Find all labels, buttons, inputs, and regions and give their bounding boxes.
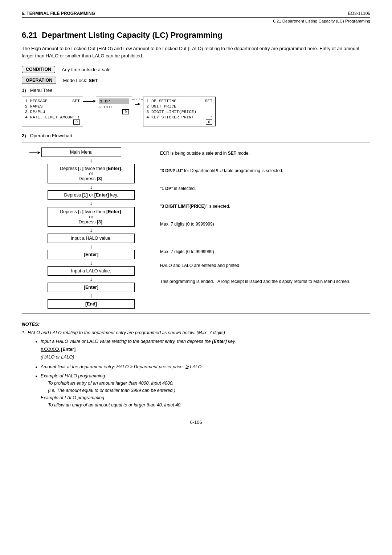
condition-badge: CONDITION [22, 66, 55, 73]
menu-col1-row1: 1 MESSAGE SET [25, 98, 80, 103]
flow-box-0: Main Menu [41, 147, 121, 157]
menu-tree-section: 1) Menu Tree 1 MESSAGE SET 2 NAMES 3 DP/… [22, 88, 370, 126]
menu-col3-row4: 4 KEY STICKER PRINT ↕ [146, 115, 212, 119]
menu-col3-row3: 3 DIGIT LIMIT(PRICE) [146, 109, 212, 114]
right-entry-5 [160, 231, 370, 245]
right-entry-8: This programming is ended. A long receip… [160, 273, 370, 291]
right-entry-4: Max. 7 digits (0 to 9999999) [160, 218, 370, 231]
right-entry-7: HALO and LALO are entered and printed. [160, 259, 370, 273]
flow-arrow-7: ↓ [90, 292, 93, 299]
flow-box-6: Input a LALO value. [48, 266, 135, 276]
right-text-7: HALO and LALO are entered and printed. [160, 260, 240, 271]
menu-col1-row4: 4 RATE, LIMIT AMOUNT ↕ [25, 115, 80, 119]
menu-tree: 1 MESSAGE SET 2 NAMES 3 DP/PLU 4 RATE, L… [22, 97, 370, 126]
menu-col2: 1 DP 2 PLU 0 [96, 97, 132, 116]
header-right: EO3-11106 [348, 11, 370, 16]
flow-box-3: Depress [↓] twice then [Enter].orDepress… [48, 207, 135, 227]
right-text-3: "3 DIGIT LIMIT(PRICE)" is selected. [160, 201, 230, 212]
flow-box-4: Input a HALO value. [48, 234, 135, 243]
menu-col3-row2: 2 UNIT PRICE [146, 104, 212, 109]
counter-col3: 0 [206, 119, 212, 125]
condition-text: Any time outside a sale [62, 67, 110, 72]
notes-title: NOTES: [22, 321, 370, 327]
flow-arrow-0: ↓ [90, 157, 93, 164]
counter-col2: 0 [122, 109, 129, 114]
right-entry-1: "3 DP/PLU" for Department/PLU table prog… [160, 160, 370, 182]
note-bullet-1: Amount limit at the department entry: HA… [41, 364, 370, 370]
menu-col1-row2: 2 NAMES [25, 104, 80, 109]
header-rule [22, 17, 370, 18]
menu-arrow-2: ―SET― ► [132, 97, 143, 107]
intro-text: The High Amount to be Locked Out (HALO) … [22, 45, 370, 59]
halo-lalo-note: (HALO or LALO) [41, 353, 370, 361]
flowchart-right: ECR is being outside a sale and in SET m… [153, 147, 370, 309]
section-title: 6.21 Department Listing Capacity (LC) Pr… [22, 31, 370, 40]
flow-arrow-3: ↓ [90, 227, 93, 234]
notes-section: NOTES: 1. HALO and LALO relating to the … [22, 321, 370, 409]
subheader: 6.21 Department Listing Capacity (LC) Pr… [22, 19, 370, 23]
right-entry-2: "1 DP" is selected. [160, 182, 370, 196]
flow-box-1: Depress [↓] twice then [Enter].orDepress… [48, 164, 135, 183]
flowchart-left: ► Main Menu ↓ Depress [↓] twice then [En… [29, 147, 153, 309]
flow-arrow-5: ↓ [90, 259, 93, 266]
menu-col3-row1: 1 DP SETTING SET [146, 98, 212, 103]
flow-arrow-6: ↓ [90, 276, 93, 283]
operation-text: Mode Lock: SET [63, 78, 98, 83]
flow-box-7: [Enter] [48, 283, 135, 292]
condition-row: CONDITION Any time outside a sale [22, 66, 370, 73]
menu-tree-title: 1) Menu Tree [22, 88, 370, 93]
flow-box-2: Depress [1] or [Enter] key. [48, 190, 135, 200]
menu-col2-row2: 2 PLU [99, 105, 129, 109]
right-entry-6: Max. 7 digits (0 to 9999999) [160, 245, 370, 259]
flow-box-8: [End] [48, 299, 135, 309]
menu-col1: 1 MESSAGE SET 2 NAMES 3 DP/PLU 4 RATE, L… [22, 97, 83, 126]
notes-bullets: Amount limit at the department entry: HA… [22, 364, 370, 409]
flowchart-section: 2) Operation Flowchart ► Main Menu ↓ Dep… [22, 133, 370, 313]
header: 6. TERMINAL FILE PROGRAMMING EO3-11106 [22, 11, 370, 16]
right-entry-0: ECR is being outside a sale and in SET m… [160, 147, 370, 160]
flow-arrow-2: ↓ [90, 200, 93, 207]
note-bullet-2: Example of HALO programming To prohibit … [41, 372, 370, 409]
menu-col1-row3: 3 DP/PLU [25, 109, 80, 114]
right-text-4: Max. 7 digits (0 to 9999999) [160, 219, 214, 230]
header-left: 6. TERMINAL FILE PROGRAMMING [22, 11, 95, 16]
page: 6. TERMINAL FILE PROGRAMMING EO3-11106 6… [0, 0, 392, 555]
operation-badge: OPERATION [22, 77, 56, 84]
entry-arrow: ► Main Menu [29, 147, 153, 157]
flow-arrow-1: ↓ [90, 183, 93, 190]
menu-col3: 1 DP SETTING SET 2 UNIT PRICE 3 DIGIT LI… [143, 97, 216, 126]
operation-row: OPERATION Mode Lock: SET [22, 77, 370, 84]
menu-col2-row1: 1 DP [99, 98, 129, 104]
counter-col1: 0 [73, 119, 80, 125]
enter-code: XXXXXXX [Enter] [41, 346, 370, 353]
menu-arrow-1: ► [83, 97, 96, 104]
right-text-0: ECR is being outside a sale and in SET m… [160, 148, 250, 159]
page-number: 6-106 [22, 420, 370, 425]
right-entry-3: "3 DIGIT LIMIT(PRICE)" is selected. [160, 196, 370, 218]
flow-arrow-4: ↓ [90, 243, 93, 250]
note-item-1: 1. HALO and LALO relating to the departm… [22, 329, 370, 361]
right-text-8: This programming is ended. A long receip… [160, 276, 350, 287]
flowchart-title: 2) Operation Flowchart [22, 133, 370, 138]
flow-box-5: [Enter] [48, 250, 135, 259]
right-text-1: "3 DP/PLU" for Department/PLU table prog… [160, 166, 283, 176]
right-text-6: Max. 7 digits (0 to 9999999) [160, 247, 214, 257]
note-subitem-1: Input a HALO value or LALO value relatin… [41, 338, 370, 345]
flowchart: ► Main Menu ↓ Depress [↓] twice then [En… [22, 142, 370, 313]
right-text-2: "1 DP" is selected. [160, 183, 196, 194]
